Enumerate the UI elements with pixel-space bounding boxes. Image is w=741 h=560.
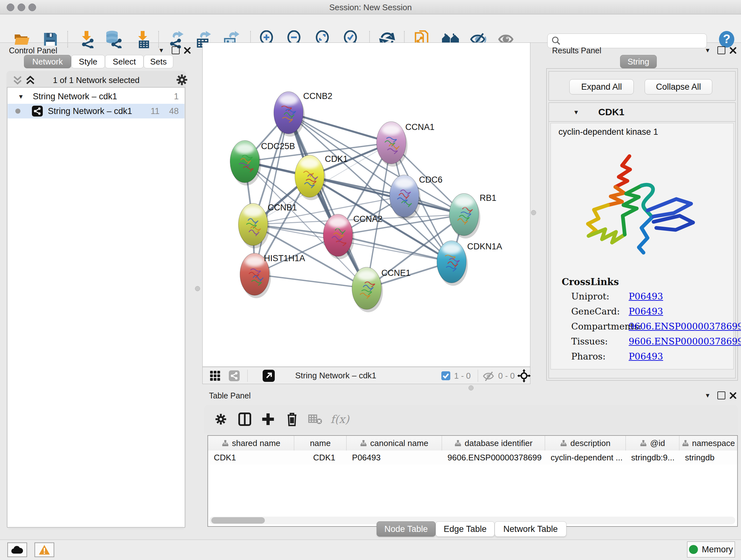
- node-label-CDK1: CDK1: [325, 154, 348, 164]
- column-header-database-identifier[interactable]: database identifier: [442, 436, 545, 450]
- network-edge-HIST1H1A-CCNE1[interactable]: [255, 274, 367, 288]
- crosslink-row: Uniprot: P06493: [551, 291, 733, 306]
- tab-node-table[interactable]: Node Table: [377, 521, 435, 537]
- function-builder-button[interactable]: f(x): [331, 413, 349, 426]
- column-header-id[interactable]: @id: [625, 436, 679, 450]
- control-panel-menu-icon[interactable]: ▼: [158, 47, 164, 53]
- open-in-window-icon[interactable]: [263, 370, 275, 382]
- table-panel-close-icon[interactable]: [729, 392, 737, 399]
- show-columns-button[interactable]: [238, 412, 252, 426]
- crosslink-link[interactable]: 9606.ENSP00000378699: [629, 321, 741, 332]
- create-column-button[interactable]: [262, 412, 274, 426]
- memory-button[interactable]: Memory: [687, 542, 735, 557]
- node-label-CCNA2: CCNA2: [353, 214, 383, 224]
- results-panel-menu-icon[interactable]: ▼: [704, 47, 711, 53]
- crosslinks-title: CrossLinks: [562, 276, 619, 287]
- column-type-icon: [222, 440, 229, 447]
- tab-network-table[interactable]: Network Table: [495, 521, 566, 537]
- cell-name[interactable]: CDK1: [294, 450, 346, 464]
- network-node-CCNA1[interactable]: CCNA1: [377, 122, 434, 167]
- selected-checkbox[interactable]: [441, 371, 450, 380]
- node-label-RB1: RB1: [480, 193, 496, 203]
- control-panel-close-icon[interactable]: [184, 47, 191, 54]
- tab-string[interactable]: String: [620, 55, 657, 68]
- expand-all-button[interactable]: Expand All: [569, 79, 634, 95]
- left-splitter-handle[interactable]: [195, 286, 200, 291]
- scrollbar-thumb[interactable]: [211, 517, 265, 523]
- cloud-status-button[interactable]: [7, 543, 27, 557]
- control-panel-title: Control Panel: [9, 46, 57, 55]
- network-selection-status: 1 of 1 Network selected: [6, 75, 186, 85]
- column-header-canonical-name[interactable]: canonical name: [346, 436, 442, 450]
- network-node-CCNA2[interactable]: CCNA2: [323, 214, 383, 259]
- results-panel-title: Results Panel: [552, 46, 601, 55]
- collection-expand-icon[interactable]: ▼: [18, 94, 24, 100]
- network-node-CCNE1[interactable]: CCNE1: [352, 267, 411, 312]
- cell-id[interactable]: stringdb:9...: [625, 450, 679, 464]
- protein-structure-image: [573, 145, 707, 260]
- node-label-HIST1H1A: HIST1H1A: [264, 253, 305, 263]
- network-node-RB1[interactable]: RB1: [449, 193, 496, 239]
- table-row[interactable]: CDK1 CDK1 P06493 9606.ENSP00000378699 cy…: [208, 450, 737, 464]
- tab-style[interactable]: Style: [71, 55, 105, 68]
- control-panel-float-icon[interactable]: [172, 46, 180, 54]
- gene-collapse-icon[interactable]: ▼: [573, 109, 579, 115]
- grid-view-icon[interactable]: [210, 370, 220, 381]
- network-node-CCNB2[interactable]: CCNB2: [274, 91, 333, 137]
- columns-icon: [238, 412, 252, 426]
- window-title: Session: New Session: [0, 3, 741, 12]
- node-label-CCNB2: CCNB2: [303, 91, 333, 101]
- tab-network[interactable]: Network: [24, 55, 71, 68]
- results-panel-close-icon[interactable]: [729, 47, 737, 54]
- cell-description[interactable]: cyclin-dependent ...: [545, 450, 625, 464]
- cell-shared-name[interactable]: CDK1: [208, 450, 294, 464]
- table-panel-float-icon[interactable]: [718, 391, 725, 399]
- results-panel-float-icon[interactable]: [718, 46, 725, 54]
- table-settings-button[interactable]: [214, 413, 227, 426]
- tab-select[interactable]: Select: [105, 55, 144, 68]
- network-graph[interactable]: CCNB2CCNA1CDC25BCDK1CDC6RB1CCNB1CCNA2CDK…: [203, 43, 530, 367]
- selected-counts: 1 - 0: [454, 371, 471, 381]
- delete-table-button[interactable]: [308, 414, 322, 425]
- crosslink-link[interactable]: P06493: [629, 291, 663, 302]
- network-status-dot: [15, 109, 20, 114]
- network-edge-CCNA2-CDKN1A[interactable]: [338, 235, 452, 262]
- warnings-button[interactable]: [35, 543, 54, 557]
- table-panel-menu-icon[interactable]: ▼: [704, 392, 711, 398]
- cell-database-identifier[interactable]: 9606.ENSP00000378699: [442, 450, 545, 464]
- crosslink-link[interactable]: 9606.ENSP00000378699: [629, 336, 741, 347]
- hidden-eye-slash-icon: [482, 371, 495, 381]
- delete-column-button[interactable]: [286, 412, 298, 427]
- column-type-icon: [455, 440, 461, 447]
- column-header-shared-name[interactable]: shared name: [208, 436, 294, 450]
- network-node-CCNB1[interactable]: CCNB1: [239, 203, 297, 248]
- cell-namespace[interactable]: stringdb: [679, 450, 737, 464]
- node-label-CCNA1: CCNA1: [405, 122, 434, 132]
- crosslink-label: GeneCard:: [571, 306, 620, 317]
- collapse-all-button[interactable]: Collapse All: [645, 79, 712, 95]
- column-header-description[interactable]: description: [545, 436, 625, 450]
- column-header-name[interactable]: name: [294, 436, 346, 450]
- network-node-HIST1H1A[interactable]: HIST1H1A: [240, 253, 305, 298]
- network-node-CDC25B[interactable]: CDC25B: [230, 140, 295, 186]
- cell-canonical-name[interactable]: P06493: [346, 450, 442, 464]
- tab-edge-table[interactable]: Edge Table: [435, 521, 495, 537]
- network-collection-row[interactable]: ▼ String Network – cdk1 1: [8, 89, 185, 104]
- gene-section-header[interactable]: ▼ CDK1: [549, 103, 735, 122]
- network-canvas[interactable]: CCNB2CCNA1CDC25BCDK1CDC6RB1CCNB1CCNA2CDK…: [202, 43, 530, 367]
- network-node-CDKN1A[interactable]: CDKN1A: [437, 241, 502, 286]
- column-type-icon: [640, 440, 647, 447]
- network-node-CDK1[interactable]: CDK1: [295, 154, 348, 200]
- right-splitter-handle[interactable]: [531, 210, 536, 215]
- node-label-CCNB1: CCNB1: [268, 203, 297, 212]
- birdseye-crosshair-icon[interactable]: [517, 369, 531, 382]
- crosslink-link[interactable]: P06493: [629, 351, 663, 362]
- column-header-namespace[interactable]: namespace: [679, 436, 737, 450]
- crosslink-link[interactable]: P06493: [629, 306, 663, 317]
- tab-sets[interactable]: Sets: [144, 55, 173, 68]
- column-type-icon: [560, 440, 567, 447]
- network-row[interactable]: String Network – cdk1 11 48: [8, 104, 185, 118]
- network-edge-CCNB2-HIST1H1A[interactable]: [255, 113, 288, 274]
- network-options-gear-icon[interactable]: [176, 73, 188, 86]
- network-view-toggle-icon[interactable]: [229, 370, 240, 381]
